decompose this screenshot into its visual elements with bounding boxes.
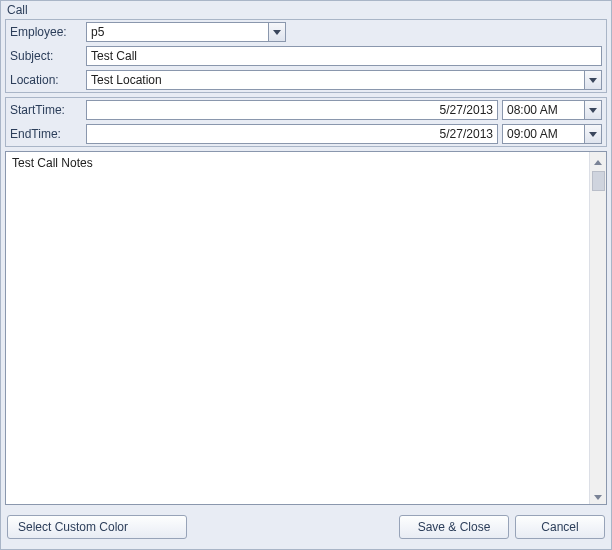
notes-textarea[interactable] <box>6 152 589 504</box>
start-time-combo[interactable] <box>502 100 602 120</box>
end-time-dropdown-button[interactable] <box>584 124 602 144</box>
location-combo[interactable] <box>86 70 602 90</box>
select-custom-color-button[interactable]: Select Custom Color <box>7 515 187 539</box>
start-date-input[interactable] <box>86 100 498 120</box>
subject-input[interactable] <box>86 46 602 66</box>
label-starttime: StartTime: <box>10 103 82 117</box>
row-location: Location: <box>6 68 606 92</box>
notes-area <box>5 151 607 505</box>
start-time-dropdown-button[interactable] <box>584 100 602 120</box>
employee-input[interactable] <box>86 22 268 42</box>
scroll-thumb[interactable] <box>592 171 605 191</box>
chevron-down-icon <box>589 132 597 137</box>
label-subject: Subject: <box>10 49 82 63</box>
cancel-button[interactable]: Cancel <box>515 515 605 539</box>
employee-combo[interactable] <box>86 22 286 42</box>
location-dropdown-button[interactable] <box>584 70 602 90</box>
chevron-down-icon <box>589 108 597 113</box>
row-endtime: EndTime: <box>6 122 606 146</box>
scroll-down-button[interactable] <box>590 487 607 504</box>
end-time-combo[interactable] <box>502 124 602 144</box>
employee-dropdown-button[interactable] <box>268 22 286 42</box>
end-time-input[interactable] <box>502 124 584 144</box>
row-starttime: StartTime: <box>6 98 606 122</box>
end-date-input[interactable] <box>86 124 498 144</box>
chevron-up-icon <box>594 154 602 168</box>
chevron-down-icon <box>273 30 281 35</box>
window-title: Call <box>1 1 611 17</box>
section-time-fields: StartTime: EndTime: <box>5 97 607 147</box>
start-time-input[interactable] <box>502 100 584 120</box>
scroll-up-button[interactable] <box>590 152 607 169</box>
location-input[interactable] <box>86 70 584 90</box>
label-employee: Employee: <box>10 25 82 39</box>
dialog-call: Call Employee: Subject: Location: <box>0 0 612 550</box>
notes-scrollbar[interactable] <box>589 152 606 504</box>
chevron-down-icon <box>589 78 597 83</box>
save-close-button[interactable]: Save & Close <box>399 515 509 539</box>
row-employee: Employee: <box>6 20 606 44</box>
label-endtime: EndTime: <box>10 127 82 141</box>
chevron-down-icon <box>594 489 602 503</box>
label-location: Location: <box>10 73 82 87</box>
section-main-fields: Employee: Subject: Location: <box>5 19 607 93</box>
button-bar: Select Custom Color Save & Close Cancel <box>1 507 611 549</box>
row-subject: Subject: <box>6 44 606 68</box>
